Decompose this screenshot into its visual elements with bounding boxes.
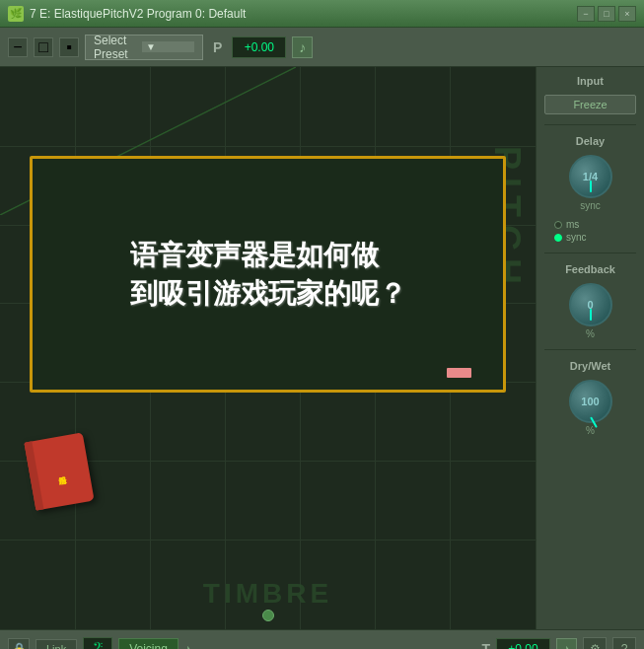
main-area: PITCH TIMBRE 语音变声器是如何做到吸引游戏玩家的呢？ 练习册 Inp… bbox=[0, 67, 644, 629]
window-title: 7 E: ElastiquePitchV2 Program 0: Default bbox=[30, 7, 574, 21]
ms-radio[interactable] bbox=[554, 221, 562, 229]
divider-3 bbox=[544, 349, 636, 350]
delay-section-label: Delay bbox=[544, 135, 636, 147]
drywet-knob-container: 100 % bbox=[544, 380, 636, 436]
sync-options: ms sync bbox=[544, 219, 636, 243]
lock-button[interactable]: 🔒 bbox=[8, 638, 30, 650]
voicing-display: Voicing bbox=[118, 638, 179, 650]
chalkboard-text: 语音变声器是如何做到吸引游戏玩家的呢？ bbox=[130, 236, 406, 313]
drywet-section-label: Dry/Wet bbox=[544, 360, 636, 372]
close-button[interactable]: × bbox=[618, 6, 636, 22]
delay-knob-indicator bbox=[590, 180, 592, 192]
ms-label: ms bbox=[566, 219, 579, 230]
sync-radio[interactable] bbox=[554, 234, 562, 242]
sync-sync-option[interactable]: sync bbox=[554, 232, 587, 243]
feedback-knob-indicator bbox=[590, 309, 592, 321]
feedback-knob-container: 0 % bbox=[544, 283, 636, 339]
input-section-label: Input bbox=[544, 75, 636, 87]
drywet-knob-value: 100 bbox=[581, 396, 599, 407]
delay-sync-label: sync bbox=[580, 200, 601, 211]
bottom-value-display[interactable]: +0.00 bbox=[496, 638, 550, 650]
freeze-button[interactable]: Freeze bbox=[544, 95, 636, 114]
drywet-unit-label: % bbox=[586, 425, 595, 436]
preset-label: Select Preset bbox=[94, 34, 138, 61]
toolbar-box2-button[interactable]: ▪ bbox=[59, 37, 79, 57]
feedback-section-label: Feedback bbox=[544, 263, 636, 275]
bottom-midi-button[interactable]: ♪ bbox=[556, 638, 577, 650]
pitch-value-display[interactable]: +0.00 bbox=[232, 36, 286, 58]
timbre-axis-label: TIMBRE bbox=[203, 578, 332, 610]
preset-dropdown[interactable]: Select Preset ▼ bbox=[85, 35, 203, 60]
t-label: T bbox=[481, 641, 490, 650]
toolbar-minus-button[interactable]: − bbox=[8, 37, 28, 57]
book-decoration: 练习册 bbox=[30, 437, 99, 516]
book-label: 练习册 bbox=[54, 470, 65, 472]
chalkboard-overlay: 语音变声器是如何做到吸引游戏玩家的呢？ bbox=[30, 156, 506, 393]
right-panel: Input Freeze Delay 1/4 sync ms sync Feed… bbox=[536, 67, 644, 629]
p-label: P bbox=[209, 39, 226, 55]
canvas-area: PITCH TIMBRE 语音变声器是如何做到吸引游戏玩家的呢？ 练习册 bbox=[0, 67, 536, 629]
restore-button[interactable]: □ bbox=[598, 6, 615, 22]
drywet-knob[interactable]: 100 bbox=[569, 380, 612, 423]
ms-sync-option[interactable]: ms bbox=[554, 219, 579, 230]
toolbar-box1-button[interactable]: □ bbox=[34, 37, 53, 57]
scroll-indicator[interactable] bbox=[262, 610, 274, 621]
feedback-knob[interactable]: 0 bbox=[569, 283, 612, 326]
midi-button[interactable]: ♪ bbox=[292, 36, 313, 58]
dropdown-arrow-icon: ▼ bbox=[142, 41, 194, 52]
help-button[interactable]: ? bbox=[612, 637, 636, 650]
divider-2 bbox=[544, 252, 636, 253]
sync-label2: sync bbox=[566, 232, 587, 243]
toolbar: − □ ▪ Select Preset ▼ P +0.00 ♪ bbox=[0, 28, 644, 67]
title-bar: 🌿 7 E: ElastiquePitchV2 Program 0: Defau… bbox=[0, 0, 644, 28]
note-symbol-icon: ♪ bbox=[184, 641, 191, 650]
feedback-unit-label: % bbox=[586, 328, 595, 339]
delay-knob[interactable]: 1/4 bbox=[569, 155, 612, 198]
delay-knob-container: 1/4 sync bbox=[544, 155, 636, 211]
eraser-decoration bbox=[447, 368, 471, 378]
voicing-label: Voicing bbox=[129, 642, 168, 650]
minimize-button[interactable]: − bbox=[577, 6, 595, 22]
link-button[interactable]: Link bbox=[36, 639, 77, 650]
clef-display[interactable]: 𝄢 bbox=[83, 637, 112, 650]
settings-button[interactable]: ⚙ bbox=[583, 637, 607, 650]
bottom-bar: 🔒 Link 𝄢 Voicing ♪ T +0.00 ♪ ⚙ ? bbox=[0, 629, 644, 649]
divider-1 bbox=[544, 124, 636, 125]
app-icon: 🌿 bbox=[8, 6, 24, 22]
